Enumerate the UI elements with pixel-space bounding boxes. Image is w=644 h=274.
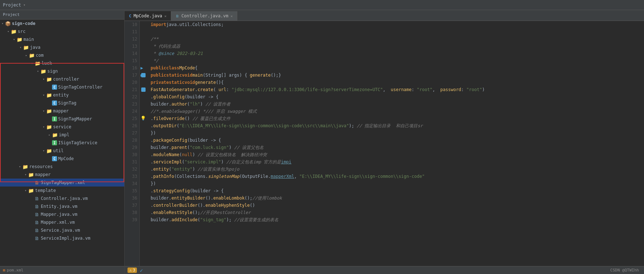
tree-item-SignTagMapper.xml[interactable]: 🗎SignTagMapper.xml xyxy=(0,179,124,187)
tree-item-SignTagController[interactable]: CSignTagController xyxy=(0,83,124,91)
tree-label-SignTag: SignTag xyxy=(58,100,77,106)
tree-item-MpCode[interactable]: CMpCode xyxy=(0,155,124,163)
tree-item-Entity.java.vm[interactable]: 🗎Entity.java.vm xyxy=(0,202,124,210)
code-line-39: builder.addInclude("sign_tag"); //设置需要生成… xyxy=(151,216,641,223)
tree-arrow-com: ▸ xyxy=(24,53,29,57)
code-line-31: .serviceImpl("service.impl") //自定义包名imp … xyxy=(151,158,641,166)
code-line-12: /** xyxy=(151,35,641,43)
tab-mpcode[interactable]: C MpCode.java ✕ xyxy=(125,11,171,21)
credit-text: CSDN @QTWIhh xyxy=(608,268,641,273)
tree-label-Mapper.java.vm: Mapper.java.vm xyxy=(41,212,77,217)
bulb-icon-25[interactable]: 💡 xyxy=(141,116,146,121)
tab-bar: C MpCode.java ✕ 🗎 Controller.java.vm ✕ xyxy=(125,10,644,21)
gutter-row-13 xyxy=(140,43,148,50)
tree-item-sign[interactable]: ▾📁sign xyxy=(0,67,124,75)
tab-mpcode-close[interactable]: ✕ xyxy=(164,14,167,18)
tab-controller[interactable]: 🗎 Controller.java.vm ✕ xyxy=(171,11,237,21)
sidebar-title: Project xyxy=(3,12,20,17)
tab-controller-close[interactable]: ✕ xyxy=(230,14,233,18)
line-num-16: 16 xyxy=(127,64,137,72)
tree-icon-Controller.java.vm: 🗎 xyxy=(34,196,40,201)
tree-label-com: com xyxy=(36,53,44,58)
line-num-37: 37 xyxy=(127,202,137,209)
tree-item-SignTag[interactable]: CSignTag xyxy=(0,99,124,107)
tree-icon-SignTag: C xyxy=(52,100,57,106)
warning-count: 3 xyxy=(133,268,135,273)
tree-label-luck: luck xyxy=(42,61,52,66)
sidebar-tree[interactable]: ▾📦sign-code▾📁src▾📁main▾📁java▸📁com▾📁luck▾… xyxy=(0,20,124,266)
gutter-row-11 xyxy=(140,28,148,35)
title-bar: Project ▾ xyxy=(0,0,644,10)
line-num-23: 23 xyxy=(127,100,137,108)
gutter-row-37 xyxy=(140,202,148,209)
tree-icon-template: 📁 xyxy=(28,188,34,193)
pom-label: pom.xml xyxy=(7,268,23,273)
tree-item-main[interactable]: ▾📁main xyxy=(0,35,124,43)
editor-content[interactable]: 1011121314151617202122232425262728293031… xyxy=(125,21,644,266)
tree-label-ServiceImpl.java.vm: ServiceImpl.java.vm xyxy=(41,236,90,241)
code-line-37: .controllerBuilder().enableHyphenStyle() xyxy=(151,202,641,209)
run-arrow-16[interactable]: ▶ xyxy=(141,65,143,70)
breakpoint-17[interactable] xyxy=(141,73,146,77)
tree-label-SignTagController: SignTagController xyxy=(58,85,103,90)
tree-item-ISignTagService[interactable]: IISignTagService xyxy=(0,139,124,147)
gutter-row-39 xyxy=(140,216,148,223)
tree-item-com[interactable]: ▸📁com xyxy=(0,51,124,59)
tree-icon-MpCode: C xyxy=(52,156,57,161)
sidebar-bottom: m pom.xml xyxy=(0,266,124,274)
title-bar-project[interactable]: Project ▾ xyxy=(3,3,26,8)
tree-item-Mapper.xml.vm[interactable]: 🗎Mapper.xml.vm xyxy=(0,218,124,226)
project-label: Project xyxy=(3,3,21,8)
breakpoint-21[interactable] xyxy=(141,87,146,92)
tree-icon-service: 📁 xyxy=(46,124,52,130)
tree-arrow-entity: ▾ xyxy=(41,93,46,97)
tree-item-SignTagMapper[interactable]: ISignTagMapper xyxy=(0,115,124,123)
line-num-27: 27 xyxy=(127,129,137,137)
tree-item-Mapper.java.vm[interactable]: 🗎Mapper.java.vm xyxy=(0,210,124,218)
tree-item-entity[interactable]: ▾📁entity xyxy=(0,91,124,99)
tree-item-template[interactable]: ▾📁template xyxy=(0,187,124,194)
tree-item-luck[interactable]: ▾📁luck xyxy=(0,59,124,67)
tree-label-mapper: mapper xyxy=(53,108,69,114)
line-num-17: 17 xyxy=(127,72,137,79)
tree-item-controller[interactable]: ▾📁controller xyxy=(0,75,124,83)
tree-item-mapper-res[interactable]: ▾📁mapper xyxy=(0,171,124,179)
code-line-25: .fileOverride() // 覆盖已生成文件 xyxy=(151,115,641,122)
tree-item-sign-code[interactable]: ▾📦sign-code xyxy=(0,20,124,27)
tree-item-ServiceImpl.java.vm[interactable]: 🗎ServiceImpl.java.vm xyxy=(0,234,124,242)
tree-item-impl[interactable]: ▸📁impl xyxy=(0,131,124,139)
tree-item-util[interactable]: ▾📁util xyxy=(0,147,124,155)
success-icon: ✓ xyxy=(140,267,143,273)
code-line-13: * 代码生成器 xyxy=(151,43,641,50)
tree-label-SignTagMapper.xml: SignTagMapper.xml xyxy=(41,180,85,185)
tree-label-resources: resources xyxy=(29,164,53,169)
tree-icon-resources: 📁 xyxy=(22,164,28,170)
line-num-30: 30 xyxy=(127,151,137,158)
tree-label-util: util xyxy=(53,148,64,153)
tree-icon-SignTagController: C xyxy=(52,85,57,90)
tree-label-SignTagMapper: SignTagMapper xyxy=(58,116,92,121)
tree-item-src[interactable]: ▾📁src xyxy=(0,27,124,35)
main-layout: Project ▾📦sign-code▾📁src▾📁main▾📁java▸📁co… xyxy=(0,10,644,274)
line-num-33: 33 xyxy=(127,173,137,180)
tree-item-resources[interactable]: ▾📁resources xyxy=(0,163,124,171)
pom-item[interactable]: m pom.xml xyxy=(3,268,23,273)
tree-arrow-template: ▾ xyxy=(23,189,28,192)
tree-icon-util: 📁 xyxy=(46,148,52,154)
tree-item-java[interactable]: ▾📁java xyxy=(0,43,124,51)
tree-label-Controller.java.vm: Controller.java.vm xyxy=(41,196,88,201)
gutter-row-20 xyxy=(140,79,148,86)
tree-icon-java: 📁 xyxy=(23,45,29,50)
tree-item-mapper[interactable]: ▾📁mapper xyxy=(0,107,124,115)
line-num-21: 21 xyxy=(127,86,137,93)
line-num-24: 24 xyxy=(127,108,137,115)
tree-item-service[interactable]: ▾📁service xyxy=(0,123,124,131)
line-num-31: 31 xyxy=(127,158,137,166)
tree-label-template: template xyxy=(35,188,56,193)
tree-arrow-src: ▾ xyxy=(6,30,11,33)
line-num-12: 12 xyxy=(127,35,137,43)
tree-item-Service.java.vm[interactable]: 🗎Service.java.vm xyxy=(0,226,124,234)
tree-item-Controller.java.vm[interactable]: 🗎Controller.java.vm xyxy=(0,194,124,202)
gutter-row-21 xyxy=(140,86,148,93)
code-line-35: .strategyConfig(builder -> { xyxy=(151,187,641,194)
